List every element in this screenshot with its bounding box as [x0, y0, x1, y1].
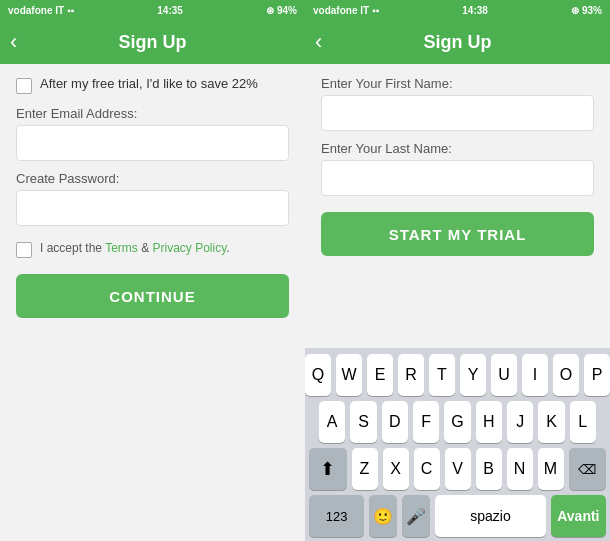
key-c[interactable]: C — [414, 448, 440, 490]
password-label: Create Password: — [16, 171, 289, 186]
time-right: 14:38 — [462, 5, 488, 16]
carrier-right: vodafone IT — [313, 5, 369, 16]
last-name-field-group: Enter Your Last Name: — [321, 141, 594, 196]
status-right-right: ⊛ 93% — [571, 5, 602, 16]
last-name-label: Enter Your Last Name: — [321, 141, 594, 156]
key-v[interactable]: V — [445, 448, 471, 490]
key-h[interactable]: H — [476, 401, 502, 443]
key-e[interactable]: E — [367, 354, 393, 396]
email-input[interactable] — [16, 125, 289, 161]
battery-right: 93% — [582, 5, 602, 16]
right-panel: vodafone IT ▪▪ 14:38 ⊛ 93% ‹ Sign Up Ent… — [305, 0, 610, 541]
key-n[interactable]: N — [507, 448, 533, 490]
key-j[interactable]: J — [507, 401, 533, 443]
key-f[interactable]: F — [413, 401, 439, 443]
key-x[interactable]: X — [383, 448, 409, 490]
keyboard-bottom-row: 123 🙂 🎤 spazio Avanti — [309, 495, 606, 537]
key-a[interactable]: A — [319, 401, 345, 443]
password-field-group: Create Password: — [16, 171, 289, 226]
battery-left: 94% — [277, 5, 297, 16]
key-t[interactable]: T — [429, 354, 455, 396]
key-emoji[interactable]: 🙂 — [369, 495, 397, 537]
last-name-input[interactable] — [321, 160, 594, 196]
nav-title-left: Sign Up — [119, 32, 187, 53]
form-left: After my free trial, I'd like to save 22… — [0, 64, 305, 541]
key-p[interactable]: P — [584, 354, 610, 396]
save-checkbox-label: After my free trial, I'd like to save 22… — [40, 76, 258, 93]
key-r[interactable]: R — [398, 354, 424, 396]
key-o[interactable]: O — [553, 354, 579, 396]
key-q[interactable]: Q — [305, 354, 331, 396]
terms-checkbox[interactable] — [16, 242, 32, 258]
signal-right: ▪▪ — [372, 5, 379, 16]
email-field-group: Enter Email Address: — [16, 106, 289, 161]
keyboard-row-2: A S D F G H J K L — [309, 401, 606, 443]
first-name-input[interactable] — [321, 95, 594, 131]
key-go[interactable]: Avanti — [551, 495, 606, 537]
key-l[interactable]: L — [570, 401, 596, 443]
status-bar-left: vodafone IT ▪▪ 14:35 ⊛ 94% — [0, 0, 305, 20]
keyboard-row-3: ⬆ Z X C V B N M ⌫ — [309, 448, 606, 490]
start-trial-button[interactable]: START MY TRIAL — [321, 212, 594, 256]
key-i[interactable]: I — [522, 354, 548, 396]
save-checkbox-row: After my free trial, I'd like to save 22… — [16, 76, 289, 94]
key-m[interactable]: M — [538, 448, 564, 490]
key-mic[interactable]: 🎤 — [402, 495, 430, 537]
nav-title-right: Sign Up — [424, 32, 492, 53]
key-shift[interactable]: ⬆ — [309, 448, 347, 490]
first-name-field-group: Enter Your First Name: — [321, 76, 594, 131]
left-panel: vodafone IT ▪▪ 14:35 ⊛ 94% ‹ Sign Up Aft… — [0, 0, 305, 541]
key-d[interactable]: D — [382, 401, 408, 443]
terms-row: I accept the Terms & Privacy Policy. — [16, 240, 289, 258]
battery-icon-right: ⊛ — [571, 5, 579, 16]
key-k[interactable]: K — [538, 401, 564, 443]
key-y[interactable]: Y — [460, 354, 486, 396]
key-g[interactable]: G — [444, 401, 470, 443]
nav-bar-right: ‹ Sign Up — [305, 20, 610, 64]
key-b[interactable]: B — [476, 448, 502, 490]
status-bar-right: vodafone IT ▪▪ 14:38 ⊛ 93% — [305, 0, 610, 20]
key-backspace[interactable]: ⌫ — [569, 448, 607, 490]
save-checkbox[interactable] — [16, 78, 32, 94]
back-button-right[interactable]: ‹ — [315, 31, 322, 53]
email-label: Enter Email Address: — [16, 106, 289, 121]
key-u[interactable]: U — [491, 354, 517, 396]
password-input[interactable] — [16, 190, 289, 226]
terms-link[interactable]: Terms — [105, 241, 138, 255]
battery-icon-left: ⊛ — [266, 5, 274, 16]
key-123[interactable]: 123 — [309, 495, 364, 537]
time-left: 14:35 — [157, 5, 183, 16]
key-z[interactable]: Z — [352, 448, 378, 490]
first-name-label: Enter Your First Name: — [321, 76, 594, 91]
continue-button[interactable]: CONTINUE — [16, 274, 289, 318]
status-left-right: vodafone IT ▪▪ — [313, 5, 379, 16]
privacy-link[interactable]: Privacy Policy — [153, 241, 227, 255]
key-space[interactable]: spazio — [435, 495, 546, 537]
signal-left: ▪▪ — [67, 5, 74, 16]
keyboard: Q W E R T Y U I O P A S D F G H J K L ⬆ … — [305, 348, 610, 541]
keyboard-row-1: Q W E R T Y U I O P — [309, 354, 606, 396]
terms-text: I accept the Terms & Privacy Policy. — [40, 240, 230, 257]
back-button-left[interactable]: ‹ — [10, 31, 17, 53]
nav-bar-left: ‹ Sign Up — [0, 20, 305, 64]
status-right-left: ⊛ 94% — [266, 5, 297, 16]
key-w[interactable]: W — [336, 354, 362, 396]
carrier-left: vodafone IT — [8, 5, 64, 16]
status-left: vodafone IT ▪▪ — [8, 5, 74, 16]
key-s[interactable]: S — [350, 401, 376, 443]
